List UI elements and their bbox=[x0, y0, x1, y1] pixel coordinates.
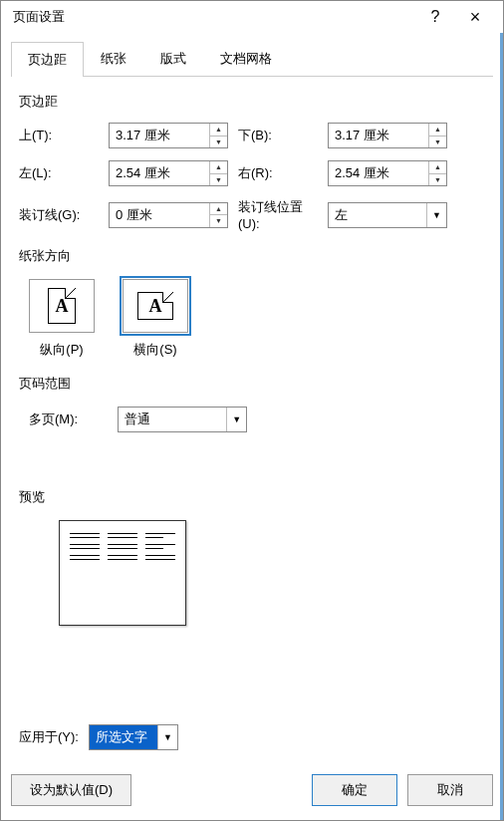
margins-heading: 页边距 bbox=[19, 93, 485, 111]
help-button[interactable]: ? bbox=[415, 8, 455, 26]
chevron-down-icon: ▼ bbox=[426, 203, 446, 227]
cancel-button[interactable]: 取消 bbox=[407, 774, 493, 806]
page-landscape-icon: A bbox=[137, 292, 173, 320]
margin-right-label: 右(R): bbox=[238, 164, 318, 182]
preview-thumbnail bbox=[59, 520, 186, 626]
margin-right-spinner[interactable]: ▲▼ bbox=[328, 160, 447, 186]
multi-pages-select[interactable]: 普通 ▼ bbox=[118, 407, 247, 432]
page-range-heading: 页码范围 bbox=[19, 375, 485, 393]
gutter-input[interactable] bbox=[110, 203, 209, 227]
margin-bottom-input[interactable] bbox=[329, 124, 428, 147]
gutter-pos-label: 装订线位置(U): bbox=[238, 198, 318, 231]
tab-strip: 页边距 纸张 版式 文档网格 bbox=[11, 41, 493, 77]
margin-top-input[interactable] bbox=[110, 124, 209, 147]
spinner-down-icon[interactable]: ▼ bbox=[429, 174, 446, 186]
orientation-portrait[interactable]: A bbox=[29, 279, 95, 333]
margin-right-input[interactable] bbox=[329, 161, 428, 185]
spinner-up-icon[interactable]: ▲ bbox=[429, 161, 446, 174]
orientation-landscape[interactable]: A bbox=[123, 279, 188, 333]
margin-bottom-label: 下(B): bbox=[238, 127, 318, 144]
chevron-down-icon: ▼ bbox=[157, 725, 177, 749]
tab-docgrid[interactable]: 文档网格 bbox=[203, 41, 289, 76]
spinner-down-icon[interactable]: ▼ bbox=[210, 137, 227, 148]
apply-to-select[interactable]: 所选文字 ▼ bbox=[89, 724, 178, 750]
spinner-up-icon[interactable]: ▲ bbox=[210, 203, 227, 216]
gutter-pos-value: 左 bbox=[329, 203, 426, 227]
preview-heading: 预览 bbox=[19, 488, 485, 506]
spinner-down-icon[interactable]: ▼ bbox=[429, 137, 446, 148]
margin-left-input[interactable] bbox=[110, 161, 209, 185]
spinner-down-icon[interactable]: ▼ bbox=[210, 215, 227, 227]
portrait-label: 纵向(P) bbox=[29, 341, 95, 359]
gutter-label: 装订线(G): bbox=[19, 206, 99, 224]
spinner-up-icon[interactable]: ▲ bbox=[210, 124, 227, 137]
page-portrait-icon: A bbox=[48, 288, 76, 324]
ok-button[interactable]: 确定 bbox=[312, 774, 397, 806]
tab-paper[interactable]: 纸张 bbox=[84, 41, 143, 76]
landscape-label: 横向(S) bbox=[123, 341, 188, 359]
tab-layout[interactable]: 版式 bbox=[143, 41, 203, 76]
margin-top-label: 上(T): bbox=[19, 127, 99, 144]
orientation-heading: 纸张方向 bbox=[19, 247, 485, 265]
margin-bottom-spinner[interactable]: ▲▼ bbox=[328, 123, 447, 148]
dialog-title: 页面设置 bbox=[9, 8, 415, 26]
tab-margins[interactable]: 页边距 bbox=[11, 42, 84, 77]
chevron-down-icon: ▼ bbox=[226, 408, 246, 431]
spinner-down-icon[interactable]: ▼ bbox=[210, 174, 227, 186]
margin-top-spinner[interactable]: ▲▼ bbox=[109, 123, 228, 148]
multi-pages-value: 普通 bbox=[119, 408, 226, 431]
apply-to-value: 所选文字 bbox=[90, 725, 157, 749]
gutter-pos-select[interactable]: 左 ▼ bbox=[328, 202, 447, 228]
set-default-button[interactable]: 设为默认值(D) bbox=[11, 774, 131, 806]
margin-left-spinner[interactable]: ▲▼ bbox=[109, 160, 228, 186]
spinner-up-icon[interactable]: ▲ bbox=[429, 124, 446, 137]
margin-left-label: 左(L): bbox=[19, 164, 99, 182]
window-edge bbox=[500, 33, 503, 820]
gutter-spinner[interactable]: ▲▼ bbox=[109, 202, 228, 228]
spinner-up-icon[interactable]: ▲ bbox=[210, 161, 227, 174]
apply-to-label: 应用于(Y): bbox=[19, 728, 79, 746]
multi-pages-label: 多页(M): bbox=[29, 410, 78, 428]
close-button[interactable]: × bbox=[455, 7, 495, 28]
